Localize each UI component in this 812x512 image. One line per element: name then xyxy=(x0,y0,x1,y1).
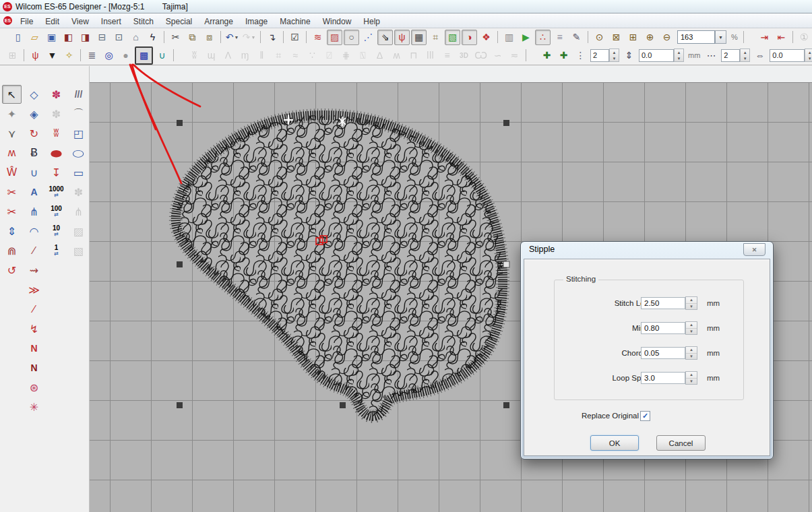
connect-machine-icon[interactable]: ϟ xyxy=(145,30,160,45)
save-design-icon[interactable]: ▣ xyxy=(44,30,59,45)
stitch-scissors-tool[interactable]: ✂ xyxy=(2,183,22,201)
show-design-colors-icon[interactable]: ◑ xyxy=(462,30,477,45)
select-object-tool[interactable]: ↖ xyxy=(2,85,22,104)
zoom-1-1-icon[interactable]: ⊙ xyxy=(592,30,607,45)
new-document-icon[interactable]: ▯ xyxy=(10,30,26,45)
loop-spacing-input[interactable] xyxy=(641,372,685,384)
show-grid-icon[interactable]: ▦ xyxy=(411,30,427,45)
arc-digitize-tool[interactable]: ⌒ xyxy=(69,104,88,123)
remove-stitches-icon[interactable]: ⇤ xyxy=(774,30,789,45)
chord-gap-spinner[interactable]: ▲▼ xyxy=(685,346,697,360)
needle-penetration-tool[interactable]: ↧ xyxy=(46,163,66,182)
save-machine-file-icon[interactable]: ◧ xyxy=(61,30,76,45)
stitch-length-input[interactable] xyxy=(641,297,685,309)
zoom-in-icon[interactable]: ⊕ xyxy=(642,30,658,45)
cap-frame-tool[interactable]: ◠ xyxy=(24,222,44,241)
menu-view[interactable]: View xyxy=(65,15,95,28)
branching-icon[interactable]: ∪ xyxy=(154,48,170,63)
guided-run-tool[interactable]: ⇝ xyxy=(24,261,44,280)
chord-gap-input[interactable] xyxy=(641,347,685,359)
stitch-edit-icon[interactable]: ψ xyxy=(28,48,43,63)
menu-arrange[interactable]: Arrange xyxy=(198,15,239,28)
insert-stitches-icon[interactable]: ⇥ xyxy=(757,30,772,45)
menu-machine[interactable]: Machine xyxy=(274,15,316,28)
jump-100-tool[interactable]: 100⇄ xyxy=(46,202,66,221)
orientation-tool[interactable]: ↺ xyxy=(2,261,22,280)
split-object-tool[interactable]: ⋎ xyxy=(2,124,22,143)
array-count-value[interactable]: 2 xyxy=(721,49,740,62)
spin-up-icon[interactable]: ▲ xyxy=(610,49,619,55)
single-line-tool[interactable]: ∕ xyxy=(24,300,44,319)
satin-column-tool[interactable]: ⬤ xyxy=(46,143,66,162)
menu-image[interactable]: Image xyxy=(239,15,274,28)
spin-up-icon[interactable]: ▲ xyxy=(805,49,812,55)
thread-colors-icon[interactable]: ❖ xyxy=(478,30,494,45)
reshape-object-tool[interactable]: ◇ xyxy=(24,85,44,104)
selection-handle-right[interactable] xyxy=(503,261,509,267)
stitch-player-icon[interactable]: ▶ xyxy=(518,30,534,45)
auto-options-icon[interactable]: ☑ xyxy=(287,30,303,45)
outline-n-tool[interactable]: N xyxy=(24,339,44,358)
reference-line-tool[interactable]: ∕ xyxy=(24,241,44,260)
stitch-list-icon[interactable]: ≣ xyxy=(84,48,100,63)
spin-up-icon[interactable]: ▲ xyxy=(686,372,697,379)
wreath-offset-value[interactable]: 0.0 xyxy=(639,49,674,62)
cancel-button[interactable]: Cancel xyxy=(656,435,706,451)
copy-icon[interactable]: ⧉ xyxy=(185,30,200,45)
design-properties-icon[interactable]: ✎ xyxy=(569,30,584,45)
chevron-down-icon[interactable]: ▼ xyxy=(715,30,726,44)
spin-down-icon[interactable]: ▼ xyxy=(675,55,683,61)
used-colors-icon[interactable]: ∴ xyxy=(535,30,551,45)
ellipse-digitize-tool[interactable]: ◯ xyxy=(69,143,88,162)
kiosk-icon[interactable]: ⋮ xyxy=(573,48,588,63)
spin-down-icon[interactable]: ▼ xyxy=(686,354,697,360)
stitch-spacing-tool[interactable]: ⇕ xyxy=(2,222,22,241)
spacing-icon-1-icon[interactable]: ⇕ xyxy=(621,48,637,63)
open-design-icon[interactable]: ▱ xyxy=(27,30,42,45)
outline-offsets-icon[interactable]: ◎ xyxy=(101,48,117,63)
menu-help[interactable]: Help xyxy=(357,15,386,28)
fan-fill-tool[interactable]: ⋒ xyxy=(2,241,22,260)
show-hoop-icon[interactable]: ⌗ xyxy=(428,30,443,45)
spin-up-icon[interactable]: ▲ xyxy=(686,297,697,304)
motif-line-tool[interactable]: ≫ xyxy=(24,280,44,299)
rotate-flip-tool[interactable]: ↻ xyxy=(24,124,44,143)
jump-1000-tool[interactable]: 1000⇄ xyxy=(46,183,66,201)
jump-1-tool[interactable]: 1⇄ xyxy=(46,241,66,260)
wreath-offset-spinner[interactable]: 0.0▲▼ xyxy=(639,49,684,62)
zoom-fit-icon[interactable]: ⊞ xyxy=(625,30,641,45)
min-len-spinner[interactable]: ▲▼ xyxy=(685,321,697,335)
print-icon[interactable]: ⊟ xyxy=(94,30,110,45)
array-offset-spinner[interactable]: 0.0▲▼ xyxy=(770,49,812,62)
spin-down-icon[interactable]: ▼ xyxy=(686,329,697,335)
show-outlines-icon[interactable]: ○ xyxy=(344,30,359,45)
jump-10-tool[interactable]: 10⇄ xyxy=(46,222,66,241)
complex-fill-tool[interactable]: ◰ xyxy=(69,124,88,143)
show-needle-points-icon[interactable]: ψ xyxy=(394,30,410,45)
show-connectors-icon[interactable]: ▨ xyxy=(327,30,342,45)
print-preview-icon[interactable]: ⊡ xyxy=(111,30,127,45)
array-offset-value[interactable]: 0.0 xyxy=(770,49,805,62)
spin-up-icon[interactable]: ▲ xyxy=(686,322,697,329)
remove-overlaps-tool[interactable]: Ƀ xyxy=(24,143,44,162)
insert-design-icon[interactable]: ↴ xyxy=(264,30,280,45)
dropdown-arrow-icon[interactable]: ▼ xyxy=(234,35,239,40)
spin-down-icon[interactable]: ▼ xyxy=(686,304,697,310)
show-dots-icon[interactable]: ⋰ xyxy=(361,30,376,45)
simple-offset-icon[interactable]: ● xyxy=(118,48,133,63)
thread-trim-tool[interactable]: ✂ xyxy=(2,202,22,221)
add-holes-icon[interactable]: ✧ xyxy=(61,48,77,63)
send-to-machine-icon[interactable]: ⌂ xyxy=(128,30,144,45)
mirror-merge-v-icon[interactable]: ✚ xyxy=(556,48,571,63)
show-stitches-icon[interactable]: ≋ xyxy=(310,30,325,45)
array-count-spinner[interactable]: 2▲▼ xyxy=(721,49,750,62)
applique-tool[interactable]: ∪ xyxy=(24,163,44,182)
team-names-tool[interactable]: ⋔ xyxy=(24,202,44,221)
spin-up-icon[interactable]: ▲ xyxy=(675,49,683,55)
zoom-out-icon[interactable]: ⊖ xyxy=(659,30,675,45)
show-pointer-icon[interactable]: ⇘ xyxy=(377,30,393,45)
menu-special[interactable]: Special xyxy=(160,15,198,28)
wreath-count-value[interactable]: 2 xyxy=(590,49,609,62)
closest-join-icon[interactable]: ▼ xyxy=(44,48,60,63)
radial-stamp-tool[interactable]: ✳ xyxy=(24,397,44,416)
